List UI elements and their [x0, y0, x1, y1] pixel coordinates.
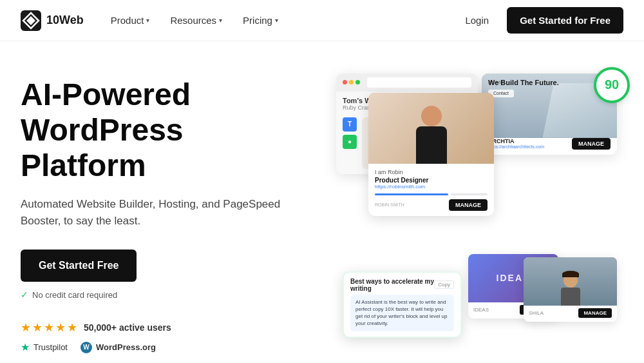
browser-url-bar — [367, 77, 471, 88]
check-icon: ✓ — [21, 289, 28, 300]
no-card-notice: ✓ No credit card required — [21, 289, 304, 300]
archtia-bottom: ARCHTIA https://archtiaarchitects.com MA… — [482, 138, 617, 155]
hero-subtitle: Automated Website Builder, Hosting, and … — [21, 196, 304, 229]
shila-image — [524, 257, 617, 306]
trustpilot-icon: ★ — [21, 341, 30, 353]
copy-button[interactable]: Copy — [434, 280, 454, 289]
ai-bubble: AI Assistant is the best way to write an… — [350, 295, 454, 331]
shila-card: SHILA MANAGE — [524, 257, 617, 322]
nav-product[interactable]: Product ▾ — [102, 10, 159, 31]
logo-text: 10Web — [46, 14, 84, 27]
ai-chat-card: Best ways to accelerate my writing Copy … — [343, 271, 462, 338]
chevron-icon: ▾ — [219, 17, 222, 24]
nav-resources[interactable]: Resources ▾ — [161, 10, 231, 31]
archtia-title-overlay: We Build The Future. Contact — [488, 79, 559, 97]
logo[interactable]: 10Web — [21, 10, 84, 31]
trustpilot-badge: ★ Trustpilot — [21, 341, 68, 353]
browser-bar — [336, 74, 478, 92]
social-proof: ★★★★★ 50,000+ active users ★ Trustpilot … — [21, 320, 304, 353]
hero-content: AI-Powered WordPress Platform Automated … — [21, 77, 330, 354]
sidebar-icon-t: T — [343, 117, 357, 132]
dot-red — [343, 80, 347, 84]
shila-manage-button[interactable]: MANAGE — [578, 308, 612, 318]
hero-section: AI-Powered WordPress Platform Automated … — [0, 41, 644, 363]
hero-title: AI-Powered WordPress Platform — [21, 77, 304, 184]
star-rating: ★★★★★ — [21, 320, 79, 335]
chevron-icon: ▾ — [275, 17, 278, 24]
navbar: 10Web Product ▾ Resources ▾ Pricing ▾ Lo… — [0, 0, 644, 41]
wordpress-icon: W — [80, 342, 92, 353]
hero-cta-button[interactable]: Get Started Free — [21, 250, 137, 282]
robin-info: I am Robin Product Designer https://robi… — [368, 164, 494, 216]
nav-right: Login Get Started for Free — [457, 7, 623, 34]
trust-row: ★ Trustpilot W WordPress.org — [21, 341, 304, 353]
login-button[interactable]: Login — [457, 10, 497, 31]
robin-manage-button[interactable]: MANAGE — [449, 199, 488, 211]
chevron-icon: ▾ — [146, 17, 149, 24]
users-count: 50,000+ active users — [84, 322, 171, 333]
wordpress-badge: W WordPress.org — [80, 342, 156, 353]
dot-green-small — [355, 80, 360, 84]
nav-links: Product ▾ Resources ▾ Pricing ▾ — [102, 10, 287, 31]
score-badge: 90 — [594, 67, 630, 103]
robin-card: I am Robin Product Designer https://robi… — [368, 93, 494, 216]
screenshots-container: 90 Tom's Workspace Ruby Cramer — [330, 61, 636, 357]
sidebar-icon-g: ● — [343, 135, 357, 149]
stars-row: ★★★★★ 50,000+ active users — [21, 320, 304, 335]
nav-pricing[interactable]: Pricing ▾ — [234, 10, 287, 31]
nav-cta-button[interactable]: Get Started for Free — [507, 7, 623, 34]
shila-bottom: SHILA MANAGE — [524, 306, 617, 322]
hero-screenshots: 90 Tom's Workspace Ruby Cramer — [330, 74, 623, 357]
ai-card-header: Best ways to accelerate my writing Copy — [344, 273, 460, 295]
dot-yellow — [349, 80, 354, 84]
robin-photo — [368, 93, 494, 164]
archtia-manage-button[interactable]: MANAGE — [572, 138, 611, 150]
